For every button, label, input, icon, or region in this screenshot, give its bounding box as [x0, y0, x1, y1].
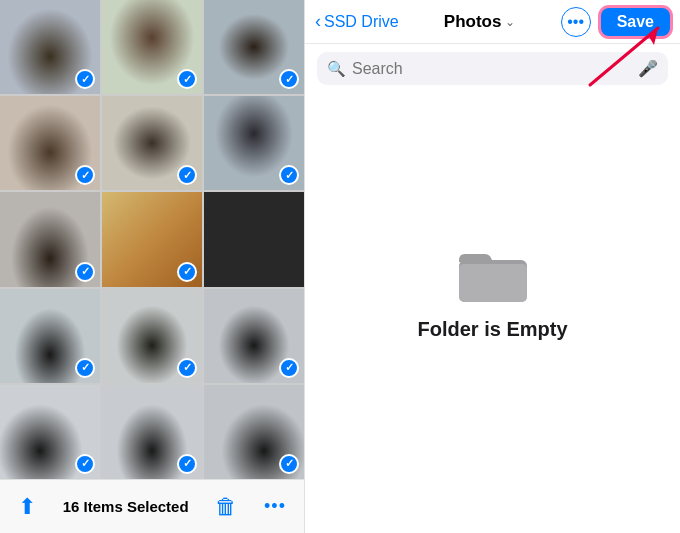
empty-state-label: Folder is Empty	[417, 318, 567, 341]
check-badge: ✓	[177, 262, 197, 282]
photo-cell[interactable]: ✓	[102, 385, 202, 479]
photo-grid: ✓ ✓ ✓ ✓ ✓ ✓ ✓ ✓ ✓ ✓	[0, 0, 304, 479]
photo-cell[interactable]: ✓	[0, 289, 100, 383]
photo-cell[interactable]: ✓	[102, 289, 202, 383]
search-input[interactable]	[352, 60, 632, 78]
photo-cell[interactable]	[204, 192, 304, 286]
photo-cell[interactable]: ✓	[102, 96, 202, 190]
photo-cell[interactable]: ✓	[0, 192, 100, 286]
search-icon: 🔍	[327, 60, 346, 78]
back-chevron-icon: ‹	[315, 11, 321, 32]
back-button[interactable]: ‹ SSD Drive	[315, 11, 399, 32]
delete-button[interactable]: 🗑	[215, 494, 237, 520]
photo-cell[interactable]: ✓	[0, 385, 100, 479]
more-actions-button[interactable]: •••	[264, 496, 286, 517]
check-badge: ✓	[177, 454, 197, 474]
title-chevron-icon: ⌄	[505, 15, 515, 29]
photo-cell[interactable]: ✓	[0, 96, 100, 190]
bottom-toolbar: ⬆ 16 Items Selected 🗑 •••	[0, 479, 304, 533]
save-button[interactable]: Save	[601, 8, 670, 36]
photo-cell[interactable]: ✓	[204, 289, 304, 383]
check-badge: ✓	[177, 165, 197, 185]
right-panel: ‹ SSD Drive Photos ⌄ ••• Save 🔍 🎤	[305, 0, 680, 533]
check-badge: ✓	[279, 454, 299, 474]
check-badge: ✓	[75, 454, 95, 474]
photo-cell[interactable]: ✓	[204, 96, 304, 190]
check-badge: ✓	[177, 358, 197, 378]
empty-state: Folder is Empty	[305, 93, 680, 533]
check-badge: ✓	[177, 69, 197, 89]
check-badge: ✓	[279, 165, 299, 185]
photo-cell[interactable]: ✓	[204, 0, 304, 94]
check-badge: ✓	[75, 358, 95, 378]
check-badge: ✓	[75, 165, 95, 185]
more-options-button[interactable]: •••	[561, 7, 591, 37]
photo-cell[interactable]: ✓	[102, 0, 202, 94]
share-button[interactable]: ⬆	[18, 494, 36, 520]
check-badge: ✓	[75, 69, 95, 89]
folder-icon	[457, 246, 529, 306]
svg-rect-3	[459, 264, 527, 302]
back-label: SSD Drive	[324, 13, 399, 31]
right-header: ‹ SSD Drive Photos ⌄ ••• Save	[305, 0, 680, 44]
folder-title: Photos	[444, 12, 502, 32]
photo-cell[interactable]: ✓	[0, 0, 100, 94]
check-badge: ✓	[75, 262, 95, 282]
microphone-icon[interactable]: 🎤	[638, 59, 658, 78]
photo-cell[interactable]: ✓	[102, 192, 202, 286]
check-badge: ✓	[279, 358, 299, 378]
photo-cell[interactable]: ✓	[204, 385, 304, 479]
selection-count-label: 16 Items Selected	[63, 498, 189, 515]
left-panel: ✓ ✓ ✓ ✓ ✓ ✓ ✓ ✓ ✓ ✓	[0, 0, 305, 533]
header-actions: ••• Save	[561, 7, 670, 37]
check-badge: ✓	[279, 69, 299, 89]
header-title-area: Photos ⌄	[399, 12, 561, 32]
search-bar[interactable]: 🔍 🎤	[317, 52, 668, 85]
